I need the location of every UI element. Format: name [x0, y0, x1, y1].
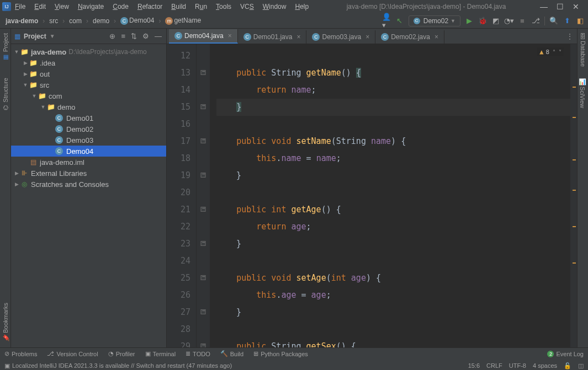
- tree-demo01[interactable]: ▶CDemo01: [11, 112, 166, 124]
- tool-todo[interactable]: ≣TODO: [186, 350, 210, 357]
- breadcrumb-project[interactable]: java-demo: [3, 16, 40, 26]
- close-tab-icon[interactable]: ×: [365, 33, 369, 41]
- more-icon[interactable]: ⋮: [566, 32, 574, 41]
- profile-icon[interactable]: ◔▾: [505, 17, 513, 25]
- tab-label: Demo02.java: [391, 33, 430, 41]
- lock-icon[interactable]: 🔓: [564, 362, 571, 369]
- tree-out[interactable]: ▶📁out: [11, 68, 166, 79]
- tool-vcs[interactable]: ⎇Version Control: [47, 350, 98, 357]
- tab-demo03[interactable]: C Demo03.java ×: [306, 30, 375, 44]
- code-editor[interactable]: 121314151617181920212223242526272829 pub…: [167, 44, 577, 347]
- terminal-icon: ▣: [145, 350, 151, 357]
- menu-vcs[interactable]: VCS: [236, 2, 258, 12]
- tree-ext[interactable]: ▶⊪External Libraries: [11, 168, 166, 179]
- error-stripe[interactable]: [570, 44, 577, 347]
- tree-idea[interactable]: ▶📁.idea: [11, 57, 166, 68]
- ide-icon[interactable]: ◧: [576, 17, 585, 25]
- menu-run[interactable]: Run: [191, 2, 211, 12]
- menu-code[interactable]: Code: [109, 2, 133, 12]
- menu-tools[interactable]: Tools: [212, 2, 235, 12]
- close-tab-icon[interactable]: ×: [435, 33, 438, 41]
- hide-icon[interactable]: —: [153, 32, 163, 40]
- tab-demo02[interactable]: C Demo02.java ×: [375, 30, 444, 44]
- tree-demo04[interactable]: ▶CDemo04: [11, 146, 166, 157]
- hammer-icon: 🔨: [220, 350, 228, 357]
- menu-help[interactable]: Help: [291, 2, 312, 12]
- maximize-icon[interactable]: ☐: [557, 2, 564, 11]
- menu-file[interactable]: File: [11, 2, 29, 12]
- nav-down-icon[interactable]: ˅: [559, 49, 561, 55]
- tree-iml[interactable]: ▶▤java-demo.iml: [11, 157, 166, 168]
- menu-view[interactable]: View: [51, 2, 73, 12]
- inspection-summary[interactable]: ▲ 8 ˄ ˅: [537, 47, 564, 56]
- main-menu: File Edit View Navigate Code Refactor Bu…: [11, 2, 312, 12]
- tree-demo02[interactable]: ▶CDemo02: [11, 124, 166, 135]
- tool-problems[interactable]: ⊘Problems: [4, 350, 37, 357]
- event-badge-icon: 2: [547, 351, 554, 357]
- breadcrumb-pkg1[interactable]: com: [67, 16, 84, 26]
- menu-refactor[interactable]: Refactor: [134, 2, 166, 12]
- breadcrumb-method[interactable]: mgetName: [163, 15, 203, 26]
- tree-com[interactable]: ▼📁com: [11, 90, 166, 101]
- status-encoding[interactable]: UTF-8: [509, 362, 526, 369]
- tree-root[interactable]: ▼📁 java-demo D:\IdeaProjects\java-demo: [11, 46, 166, 57]
- tool-build[interactable]: 🔨Build: [220, 350, 243, 357]
- status-position[interactable]: 15:6: [468, 362, 480, 369]
- tab-demo04[interactable]: C Demo04.java ×: [169, 29, 238, 44]
- close-icon[interactable]: ✕: [573, 2, 579, 11]
- add-user-icon[interactable]: 👤▾: [382, 17, 391, 25]
- chevron-right-icon: ›: [158, 17, 161, 25]
- nav-up-icon[interactable]: ˄: [553, 49, 555, 55]
- tool-profiler[interactable]: ◔Profiler: [108, 350, 135, 357]
- breadcrumb-pkg2[interactable]: demo: [91, 16, 112, 26]
- menu-edit[interactable]: Edit: [30, 2, 50, 12]
- breadcrumb-class[interactable]: CDemo04: [118, 15, 156, 26]
- run-icon[interactable]: ▶: [465, 17, 474, 25]
- class-icon: C: [243, 33, 251, 41]
- git-icon[interactable]: ⎇: [531, 17, 540, 25]
- status-message[interactable]: ▣ Localized IntelliJ IDEA 2021.3.3 is av…: [4, 362, 462, 369]
- warning-icon: ▲: [539, 48, 543, 56]
- close-tab-icon[interactable]: ×: [296, 33, 300, 41]
- search-icon[interactable]: 🔍: [549, 17, 558, 25]
- minimize-icon[interactable]: —: [540, 2, 548, 11]
- menu-build[interactable]: Build: [167, 2, 190, 12]
- problems-icon: ⊘: [4, 350, 9, 357]
- breadcrumb-src[interactable]: src: [47, 16, 60, 26]
- tool-python[interactable]: ⊞Python Packages: [253, 350, 308, 357]
- status-lineending[interactable]: CRLF: [486, 362, 502, 369]
- tool-project-tab[interactable]: ▦ Project: [2, 33, 9, 61]
- todo-icon: ≣: [186, 350, 190, 357]
- class-icon: C: [414, 18, 420, 24]
- close-tab-icon[interactable]: ×: [228, 32, 232, 40]
- tab-label: Demo03.java: [322, 33, 361, 41]
- coverage-icon[interactable]: ◩: [491, 17, 500, 25]
- tree-scratch[interactable]: ▶◎Scratches and Consoles: [11, 179, 166, 190]
- run-config-dropdown[interactable]: C Demo02 ▼: [409, 15, 460, 26]
- chevron-down-icon[interactable]: ▼: [50, 33, 55, 39]
- menu-navigate[interactable]: Navigate: [74, 2, 108, 12]
- tree-demo03[interactable]: ▶CDemo03: [11, 135, 166, 146]
- expand-icon[interactable]: ≡: [120, 32, 126, 40]
- project-panel: ▦ Project ▼ ⊕ ≡ ⇅ ⚙ — ▼📁 java-demo D:\Id…: [11, 29, 167, 347]
- collapse-icon[interactable]: ⇅: [130, 32, 138, 40]
- tree-demo[interactable]: ▼📁demo: [11, 101, 166, 112]
- tree-src[interactable]: ▼📁src: [11, 79, 166, 90]
- tool-eventlog[interactable]: 2Event Log: [547, 351, 584, 357]
- debug-icon[interactable]: 🐞: [478, 17, 487, 25]
- gear-icon[interactable]: ⚙: [141, 32, 150, 40]
- update-icon[interactable]: ⬆: [563, 17, 571, 25]
- tool-bookmarks-tab[interactable]: 🔖 Bookmarks: [2, 303, 9, 342]
- tab-demo01[interactable]: C Demo01.java ×: [238, 30, 307, 44]
- tool-sciview-tab[interactable]: 📊 SciView: [579, 78, 586, 108]
- tool-terminal[interactable]: ▣Terminal: [145, 350, 176, 357]
- stop-icon[interactable]: ■: [518, 17, 527, 25]
- back-arrow-icon[interactable]: ↖: [395, 17, 404, 25]
- tool-structure-tab[interactable]: ⌬ Structure: [2, 78, 9, 110]
- target-icon[interactable]: ⊕: [108, 32, 116, 40]
- tool-database-tab[interactable]: 🗄 Database: [580, 33, 586, 67]
- menu-window[interactable]: Window: [259, 2, 290, 12]
- status-indent[interactable]: 4 spaces: [533, 362, 557, 369]
- memory-icon[interactable]: ◫: [578, 362, 584, 369]
- fold-gutter[interactable]: [197, 44, 210, 347]
